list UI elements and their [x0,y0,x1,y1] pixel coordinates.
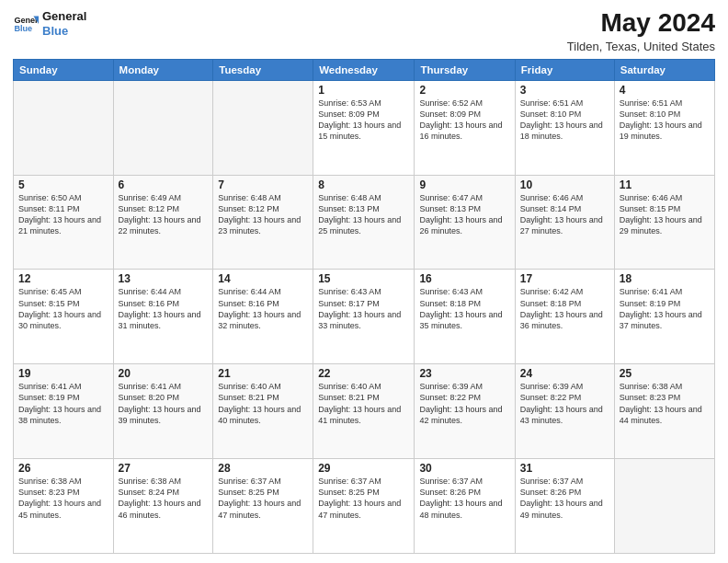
day-info: Sunrise: 6:49 AM Sunset: 8:12 PM Dayligh… [119,192,209,237]
day-number: 18 [620,272,710,285]
calendar-cell: 25Sunrise: 6:38 AM Sunset: 8:23 PM Dayli… [614,364,714,459]
day-info: Sunrise: 6:47 AM Sunset: 8:13 PM Dayligh… [419,192,509,237]
calendar-cell: 27Sunrise: 6:38 AM Sunset: 8:24 PM Dayli… [113,459,213,554]
calendar-cell: 24Sunrise: 6:39 AM Sunset: 8:22 PM Dayli… [515,364,614,459]
day-info: Sunrise: 6:41 AM Sunset: 8:20 PM Dayligh… [119,381,209,426]
calendar-week-row: 5Sunrise: 6:50 AM Sunset: 8:11 PM Daylig… [14,175,715,270]
day-number: 17 [520,272,609,285]
calendar-header-row: SundayMondayTuesdayWednesdayThursdayFrid… [14,59,715,80]
day-info: Sunrise: 6:46 AM Sunset: 8:14 PM Dayligh… [520,192,609,237]
calendar-cell: 28Sunrise: 6:37 AM Sunset: 8:25 PM Dayli… [213,459,313,554]
day-info: Sunrise: 6:51 AM Sunset: 8:10 PM Dayligh… [520,98,609,143]
day-number: 7 [218,178,308,191]
day-info: Sunrise: 6:37 AM Sunset: 8:26 PM Dayligh… [419,476,509,521]
day-number: 9 [419,178,509,191]
day-number: 27 [119,462,209,475]
day-number: 20 [119,367,209,380]
day-info: Sunrise: 6:39 AM Sunset: 8:22 PM Dayligh… [520,381,609,426]
calendar-cell: 14Sunrise: 6:44 AM Sunset: 8:16 PM Dayli… [213,270,313,364]
day-info: Sunrise: 6:41 AM Sunset: 8:19 PM Dayligh… [18,381,108,426]
day-info: Sunrise: 6:44 AM Sunset: 8:16 PM Dayligh… [119,286,209,331]
calendar-cell: 23Sunrise: 6:39 AM Sunset: 8:22 PM Dayli… [415,364,515,459]
calendar-week-row: 1Sunrise: 6:53 AM Sunset: 8:09 PM Daylig… [14,80,715,175]
day-number: 14 [218,272,308,285]
day-info: Sunrise: 6:40 AM Sunset: 8:21 PM Dayligh… [318,381,409,426]
day-info: Sunrise: 6:48 AM Sunset: 8:13 PM Dayligh… [318,192,409,237]
svg-text:Blue: Blue [14,24,32,33]
day-info: Sunrise: 6:40 AM Sunset: 8:21 PM Dayligh… [218,381,308,426]
calendar-cell: 9Sunrise: 6:47 AM Sunset: 8:13 PM Daylig… [415,175,515,270]
day-info: Sunrise: 6:48 AM Sunset: 8:12 PM Dayligh… [218,192,308,237]
calendar-week-row: 26Sunrise: 6:38 AM Sunset: 8:23 PM Dayli… [14,459,715,554]
calendar-cell: 3Sunrise: 6:51 AM Sunset: 8:10 PM Daylig… [515,80,614,175]
day-number: 22 [318,367,409,380]
day-info: Sunrise: 6:43 AM Sunset: 8:17 PM Dayligh… [318,286,409,331]
day-number: 8 [318,178,409,191]
day-number: 23 [419,367,509,380]
calendar-cell: 1Sunrise: 6:53 AM Sunset: 8:09 PM Daylig… [313,80,415,175]
weekday-header: Sunday [14,59,114,80]
calendar-cell: 31Sunrise: 6:37 AM Sunset: 8:26 PM Dayli… [515,459,614,554]
top-section: General Blue General Blue May 2024 Tilde… [13,9,715,53]
calendar-week-row: 12Sunrise: 6:45 AM Sunset: 8:15 PM Dayli… [14,270,715,364]
calendar-cell: 17Sunrise: 6:42 AM Sunset: 8:18 PM Dayli… [515,270,614,364]
day-number: 10 [520,178,609,191]
day-number: 15 [318,272,409,285]
calendar-cell: 8Sunrise: 6:48 AM Sunset: 8:13 PM Daylig… [313,175,415,270]
calendar-cell: 21Sunrise: 6:40 AM Sunset: 8:21 PM Dayli… [213,364,313,459]
day-number: 31 [520,462,609,475]
day-info: Sunrise: 6:37 AM Sunset: 8:25 PM Dayligh… [218,476,308,521]
day-info: Sunrise: 6:38 AM Sunset: 8:23 PM Dayligh… [18,476,108,521]
day-info: Sunrise: 6:38 AM Sunset: 8:23 PM Dayligh… [620,381,710,426]
day-number: 4 [620,84,710,97]
day-info: Sunrise: 6:50 AM Sunset: 8:11 PM Dayligh… [18,192,108,237]
day-info: Sunrise: 6:44 AM Sunset: 8:16 PM Dayligh… [218,286,308,331]
calendar-cell: 11Sunrise: 6:46 AM Sunset: 8:15 PM Dayli… [614,175,714,270]
calendar-cell: 29Sunrise: 6:37 AM Sunset: 8:25 PM Dayli… [313,459,415,554]
logo-icon: General Blue [13,11,39,37]
day-info: Sunrise: 6:39 AM Sunset: 8:22 PM Dayligh… [419,381,509,426]
day-number: 21 [218,367,308,380]
day-number: 6 [119,178,209,191]
calendar-cell: 20Sunrise: 6:41 AM Sunset: 8:20 PM Dayli… [113,364,213,459]
calendar-cell: 10Sunrise: 6:46 AM Sunset: 8:14 PM Dayli… [515,175,614,270]
weekday-header: Wednesday [313,59,415,80]
header-right: May 2024 Tilden, Texas, United States [567,9,715,53]
day-number: 1 [318,84,409,97]
calendar-week-row: 19Sunrise: 6:41 AM Sunset: 8:19 PM Dayli… [14,364,715,459]
calendar-cell [113,80,213,175]
calendar-cell: 2Sunrise: 6:52 AM Sunset: 8:09 PM Daylig… [415,80,515,175]
day-number: 3 [520,84,609,97]
day-number: 16 [419,272,509,285]
day-number: 2 [419,84,509,97]
logo-text: General Blue [42,9,86,38]
calendar-cell [614,459,714,554]
calendar-cell: 18Sunrise: 6:41 AM Sunset: 8:19 PM Dayli… [614,270,714,364]
calendar-cell: 5Sunrise: 6:50 AM Sunset: 8:11 PM Daylig… [14,175,114,270]
month-title: May 2024 [567,9,715,38]
day-info: Sunrise: 6:41 AM Sunset: 8:19 PM Dayligh… [620,286,710,331]
logo: General Blue General Blue [13,9,86,38]
day-number: 30 [419,462,509,475]
day-number: 28 [218,462,308,475]
day-number: 25 [620,367,710,380]
weekday-header: Thursday [415,59,515,80]
weekday-header: Saturday [614,59,714,80]
day-number: 19 [18,367,108,380]
day-number: 5 [18,178,108,191]
day-info: Sunrise: 6:46 AM Sunset: 8:15 PM Dayligh… [620,192,710,237]
day-number: 11 [620,178,710,191]
calendar-cell: 13Sunrise: 6:44 AM Sunset: 8:16 PM Dayli… [113,270,213,364]
calendar-cell: 16Sunrise: 6:43 AM Sunset: 8:18 PM Dayli… [415,270,515,364]
calendar-cell [14,80,114,175]
weekday-header: Tuesday [213,59,313,80]
calendar-cell: 26Sunrise: 6:38 AM Sunset: 8:23 PM Dayli… [14,459,114,554]
page: General Blue General Blue May 2024 Tilde… [0,0,728,563]
day-number: 24 [520,367,609,380]
day-info: Sunrise: 6:45 AM Sunset: 8:15 PM Dayligh… [18,286,108,331]
day-number: 26 [18,462,108,475]
calendar-cell: 30Sunrise: 6:37 AM Sunset: 8:26 PM Dayli… [415,459,515,554]
day-info: Sunrise: 6:51 AM Sunset: 8:10 PM Dayligh… [620,98,710,143]
calendar-cell [213,80,313,175]
day-number: 29 [318,462,409,475]
